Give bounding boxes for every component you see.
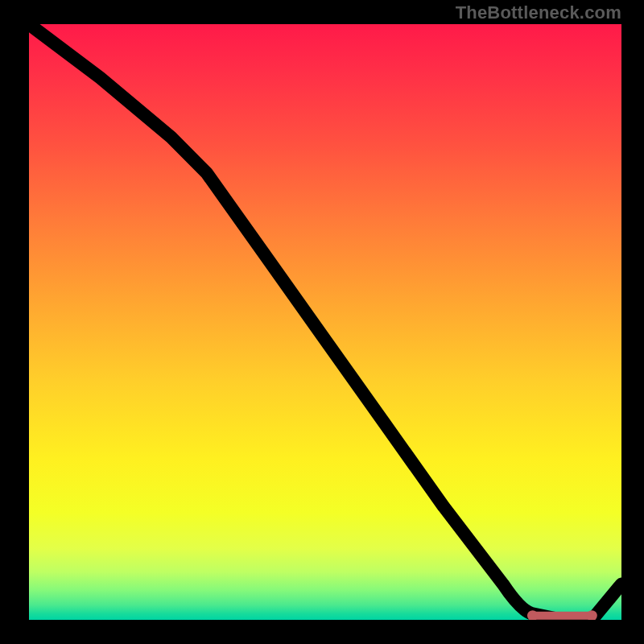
watermark-text: TheBottleneck.com xyxy=(456,2,621,23)
chart-frame: TheBottleneck.com xyxy=(0,0,644,644)
chart-svg xyxy=(29,24,621,620)
bottleneck-curve-line xyxy=(29,24,621,620)
plot-area xyxy=(29,24,621,620)
